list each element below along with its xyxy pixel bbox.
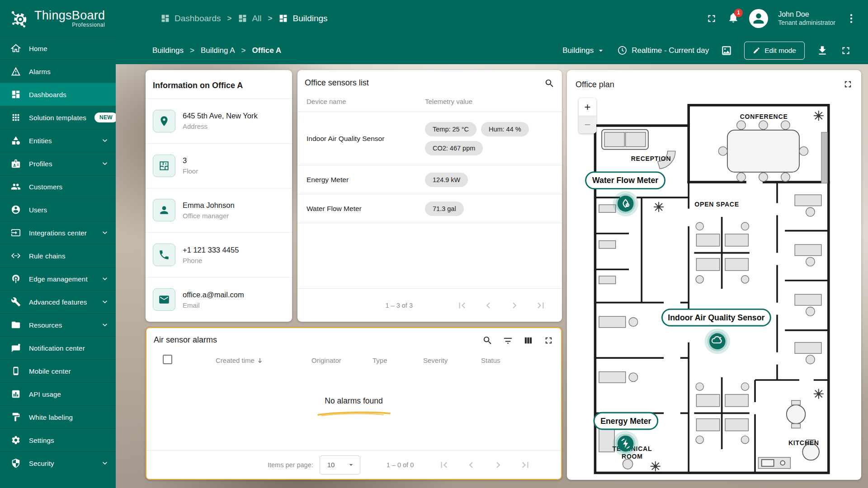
sidebar-item-alarms[interactable]: Alarms bbox=[0, 60, 116, 83]
breadcrumb-dashboards[interactable]: Dashboards bbox=[160, 14, 221, 23]
prev-page-icon[interactable] bbox=[465, 459, 477, 471]
sensors-card-title: Office sensors list bbox=[305, 78, 369, 88]
crumb-buildings-link[interactable]: Buildings bbox=[152, 46, 184, 55]
table-row[interactable]: Water Flow Meter 71.3 gal bbox=[297, 194, 562, 223]
white-labeling-icon bbox=[11, 412, 21, 422]
phone-icon bbox=[158, 249, 170, 261]
fullscreen-icon[interactable] bbox=[843, 79, 853, 89]
notification-count-badge: 1 bbox=[734, 9, 743, 17]
telemetry-chip: Temp: 25 °C bbox=[425, 122, 476, 136]
sidebar-item-security[interactable]: Security bbox=[0, 451, 116, 474]
entity-select[interactable]: Buildings bbox=[562, 46, 605, 55]
filter-icon[interactable] bbox=[503, 335, 513, 346]
search-icon[interactable] bbox=[544, 78, 555, 89]
fullscreen-icon[interactable] bbox=[706, 13, 717, 24]
zoom-out-button[interactable]: − bbox=[579, 116, 596, 133]
items-per-page-select[interactable]: 10 bbox=[320, 455, 360, 474]
main-area: Dashboards > All > Buildings 1 bbox=[116, 0, 868, 488]
indoor-air-quality-marker[interactable] bbox=[705, 328, 730, 354]
chevron-down-icon bbox=[100, 228, 109, 237]
search-icon[interactable] bbox=[482, 335, 493, 346]
sidebar-item-rule-chains[interactable]: Rule chains bbox=[0, 244, 116, 267]
next-page-icon[interactable] bbox=[492, 459, 504, 471]
sensor-label-energy-meter[interactable]: Energy Meter bbox=[594, 413, 658, 429]
users-icon bbox=[11, 205, 21, 215]
last-page-icon[interactable] bbox=[535, 300, 547, 311]
table-row[interactable]: Energy Meter 124.9 kW bbox=[297, 165, 562, 194]
sidebar-item-users[interactable]: Users bbox=[0, 198, 116, 221]
breadcrumb-all[interactable]: All bbox=[238, 14, 261, 23]
sidebar-item-home[interactable]: Home bbox=[0, 37, 116, 60]
energy-meter-marker[interactable] bbox=[613, 431, 638, 456]
water-flow-meter-marker[interactable] bbox=[613, 191, 638, 216]
sidebar-item-white-labeling[interactable]: White labeling bbox=[0, 405, 116, 428]
table-row[interactable]: Indoor Air Quality Sensor Temp: 25 °C Hu… bbox=[297, 112, 562, 165]
new-badge: NEW bbox=[94, 113, 118, 122]
logo[interactable]: ThingsBoard Professional bbox=[0, 0, 116, 37]
more-vert-icon[interactable] bbox=[845, 13, 857, 24]
column-created-time[interactable]: Created time bbox=[216, 357, 264, 364]
alarms-empty-state: No alarms found bbox=[146, 372, 561, 450]
page-range: 1 – 0 of 0 bbox=[387, 461, 414, 469]
next-page-icon[interactable] bbox=[509, 300, 520, 311]
breadcrumb-separator: > bbox=[268, 14, 273, 23]
avatar[interactable] bbox=[749, 9, 768, 28]
sidebar-item-advanced-features[interactable]: Advanced features bbox=[0, 290, 116, 313]
download-icon[interactable] bbox=[816, 45, 828, 56]
sidebar-item-customers[interactable]: Customers bbox=[0, 175, 116, 198]
api-usage-icon bbox=[11, 389, 21, 399]
sidebar-item-settings[interactable]: Settings bbox=[0, 428, 116, 451]
sidebar-item-solution-templates[interactable]: Solution templates NEW bbox=[0, 106, 116, 129]
yellow-underline-decoration bbox=[316, 411, 392, 417]
sidebar-item-profiles[interactable]: Profiles bbox=[0, 152, 116, 175]
sidebar-item-notification-center[interactable]: Notification center bbox=[0, 336, 116, 359]
select-all-checkbox[interactable] bbox=[163, 355, 172, 364]
floor-plan[interactable]: CONFERENCE RECEPTION OPEN SPACE KITCHEN … bbox=[567, 70, 861, 480]
floor-plan-icon bbox=[158, 160, 170, 172]
information-widget: Information on Office A 645 5th Ave, New… bbox=[146, 70, 292, 322]
columns-icon[interactable] bbox=[523, 335, 533, 346]
prev-page-icon[interactable] bbox=[482, 300, 494, 311]
sidebar-item-integrations-center[interactable]: Integrations center bbox=[0, 221, 116, 244]
plant bbox=[814, 111, 824, 121]
sensor-label-water-flow-meter[interactable]: Water Flow Meter bbox=[586, 172, 665, 189]
crumb-building-a-link[interactable]: Building A bbox=[201, 46, 235, 55]
room-label-open-space: OPEN SPACE bbox=[694, 201, 739, 208]
last-page-icon[interactable] bbox=[519, 459, 531, 471]
image-export-icon[interactable] bbox=[721, 45, 732, 56]
caret-down-icon bbox=[347, 460, 355, 469]
info-row-manager: Emma JohnsonOffice manager bbox=[146, 188, 292, 233]
user-menu[interactable]: John Doe Tenant administrator bbox=[778, 10, 835, 27]
breadcrumb-buildings[interactable]: Buildings bbox=[278, 14, 327, 23]
first-page-icon[interactable] bbox=[456, 300, 468, 311]
location-pin-icon bbox=[158, 115, 170, 127]
zoom-in-button[interactable]: + bbox=[579, 98, 596, 116]
home-icon bbox=[11, 43, 21, 53]
fullscreen-icon[interactable] bbox=[543, 335, 554, 346]
app-name: ThingsBoard bbox=[34, 9, 105, 23]
office-sensors-widget: Office sensors list Device name Telemetr… bbox=[297, 70, 562, 322]
svg-text:Energy Meter: Energy Meter bbox=[600, 417, 651, 426]
plant bbox=[654, 202, 664, 212]
sidebar-item-dashboards[interactable]: Dashboards bbox=[0, 83, 116, 106]
sidebar-nav: Home Alarms Dashboards Solution template… bbox=[0, 37, 116, 488]
sensor-label-indoor-air-quality[interactable]: Indoor Air Quality Sensor bbox=[662, 309, 770, 326]
sidebar-item-resources[interactable]: Resources bbox=[0, 313, 116, 336]
sidebar-item-edge-management[interactable]: Edge management bbox=[0, 267, 116, 290]
edit-mode-button[interactable]: Edit mode bbox=[744, 42, 805, 60]
person-icon bbox=[158, 204, 170, 216]
sidebar-item-api-usage[interactable]: API usage bbox=[0, 382, 116, 405]
first-page-icon[interactable] bbox=[438, 459, 450, 471]
room-label-conference: CONFERENCE bbox=[740, 113, 788, 120]
svg-text:Indoor Air Quality Sensor: Indoor Air Quality Sensor bbox=[668, 313, 764, 322]
notifications-bell[interactable]: 1 bbox=[727, 12, 739, 25]
fullscreen-icon[interactable] bbox=[840, 45, 852, 56]
info-card-title: Information on Office A bbox=[146, 77, 292, 99]
timewindow-button[interactable]: Realtime - Current day bbox=[617, 45, 709, 56]
pencil-icon bbox=[753, 47, 760, 54]
sidebar-item-entities[interactable]: Entities bbox=[0, 129, 116, 152]
sidebar: ThingsBoard Professional Home Alarms Das… bbox=[0, 0, 116, 488]
sidebar-item-mobile-center[interactable]: Mobile center bbox=[0, 359, 116, 382]
caret-down-icon bbox=[596, 46, 605, 55]
cubicle-cluster bbox=[694, 377, 749, 449]
